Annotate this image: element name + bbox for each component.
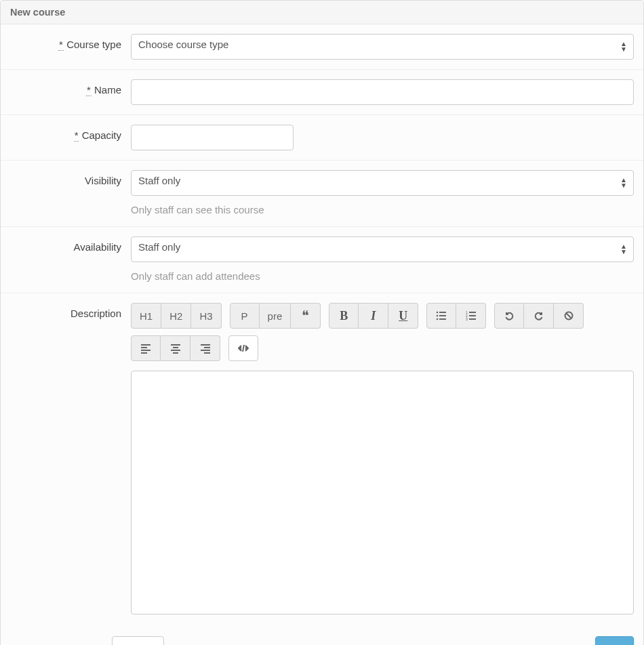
align-left-button[interactable] xyxy=(131,335,161,361)
heading-1-button[interactable]: H1 xyxy=(131,303,161,329)
bold-icon: B xyxy=(340,309,348,323)
svg-point-4 xyxy=(437,318,439,320)
editor-toolbar: H1 H2 H3 P pre ❝ B I U xyxy=(131,303,634,361)
svg-rect-7 xyxy=(469,312,476,313)
svg-rect-3 xyxy=(439,315,446,316)
label-name: * Name xyxy=(10,79,131,96)
course-type-select[interactable]: Choose course type xyxy=(131,34,634,60)
svg-rect-1 xyxy=(439,312,446,313)
svg-rect-11 xyxy=(469,318,476,320)
availability-select[interactable]: Staff only xyxy=(131,236,634,262)
heading-2-button[interactable]: H2 xyxy=(161,303,191,329)
label-description: Description xyxy=(10,303,131,319)
html-source-button[interactable] xyxy=(228,335,258,361)
row-name: * Name xyxy=(1,70,643,115)
required-marker: * xyxy=(86,84,92,96)
row-availability: Availability Staff only ▲▼ Only staff ca… xyxy=(1,227,643,293)
label-capacity: * Capacity xyxy=(10,125,131,141)
svg-rect-9 xyxy=(469,315,476,316)
align-left-icon xyxy=(140,343,151,354)
align-right-icon xyxy=(200,343,211,354)
heading-3-button[interactable]: H3 xyxy=(191,303,221,329)
list-ul-icon xyxy=(436,310,447,321)
row-capacity: * Capacity xyxy=(1,115,643,161)
new-course-panel: New course * Course type Choose course t… xyxy=(0,0,644,645)
svg-rect-5 xyxy=(439,318,446,320)
row-description: Description H1 H2 H3 P pre ❝ B I xyxy=(1,293,643,624)
clear-format-button[interactable] xyxy=(554,303,584,329)
row-visibility: Visibility Staff only ▲▼ Only staff can … xyxy=(1,161,643,227)
capacity-input[interactable] xyxy=(131,125,294,150)
cancel-button[interactable]: Cancel xyxy=(112,636,164,645)
list-ol-icon: 123 xyxy=(466,310,477,321)
unordered-list-button[interactable] xyxy=(426,303,456,329)
required-marker: * xyxy=(74,129,79,142)
bold-button[interactable]: B xyxy=(329,303,359,329)
label-availability: Availability xyxy=(10,236,131,253)
underline-icon: U xyxy=(399,309,407,323)
label-visibility: Visibility xyxy=(10,170,131,186)
visibility-select[interactable]: Staff only xyxy=(131,170,634,196)
ban-icon xyxy=(563,310,574,321)
form-footer: Cancel Add xyxy=(1,624,643,645)
svg-line-13 xyxy=(566,313,571,318)
undo-icon xyxy=(504,310,515,321)
name-input[interactable] xyxy=(131,79,634,105)
undo-button[interactable] xyxy=(494,303,524,329)
ordered-list-button[interactable]: 123 xyxy=(456,303,486,329)
italic-button[interactable]: I xyxy=(359,303,388,329)
description-editor[interactable] xyxy=(131,371,634,615)
add-button[interactable]: Add xyxy=(595,636,634,645)
availability-help: Only staff can add attendees xyxy=(131,270,634,282)
label-course-type: * Course type xyxy=(10,34,131,50)
preformatted-button[interactable]: pre xyxy=(260,303,291,329)
redo-button[interactable] xyxy=(524,303,554,329)
code-icon xyxy=(238,343,249,354)
svg-point-2 xyxy=(437,315,439,317)
align-right-button[interactable] xyxy=(190,335,220,361)
align-center-icon xyxy=(170,343,181,354)
align-center-button[interactable] xyxy=(161,335,190,361)
svg-line-26 xyxy=(243,345,244,352)
visibility-help: Only staff can see this course xyxy=(131,204,634,215)
blockquote-button[interactable]: ❝ xyxy=(291,303,321,329)
underline-button[interactable]: U xyxy=(388,303,418,329)
italic-icon: I xyxy=(371,309,376,323)
svg-text:3: 3 xyxy=(466,317,468,321)
panel-title: New course xyxy=(1,1,643,24)
required-marker: * xyxy=(58,39,64,51)
svg-point-0 xyxy=(437,312,439,314)
paragraph-button[interactable]: P xyxy=(230,303,260,329)
row-course-type: * Course type Choose course type ▲▼ xyxy=(1,24,643,70)
redo-icon xyxy=(534,310,544,321)
